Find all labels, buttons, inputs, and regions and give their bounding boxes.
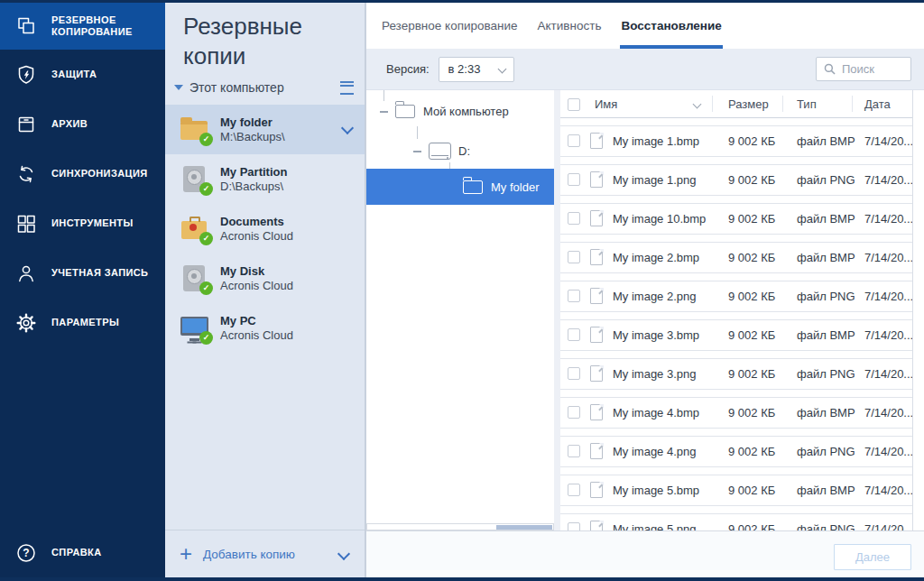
column-header-date[interactable]: Дата: [864, 97, 891, 111]
backup-name: My Disk: [220, 264, 293, 279]
row-checkbox[interactable]: [568, 251, 580, 263]
file-date: 7/14/20...: [864, 367, 913, 381]
backup-item-documents[interactable]: ✓ Documents Acronis Cloud: [165, 204, 365, 254]
sidebar-item-label: АРХИВ: [51, 118, 152, 130]
table-row[interactable]: My image 4.bmp 9 002 КБ файл BMP 7/14/20…: [560, 397, 914, 429]
row-checkbox[interactable]: [568, 328, 580, 341]
tree-node-my-folder-selected[interactable]: My folder: [366, 169, 554, 205]
column-header-name[interactable]: Имя: [595, 97, 617, 111]
sidebar-item-account[interactable]: УЧЕТНАЯ ЗАПИСЬ: [0, 248, 165, 298]
sidebar-spacer: [0, 347, 165, 528]
file-date: 7/14/20...: [864, 251, 913, 264]
sidebar-item-sync[interactable]: СИНХРОНИЗАЦИЯ: [0, 149, 165, 198]
collapse-icon[interactable]: [413, 147, 421, 155]
table-row[interactable]: My image 10.bmp 9 002 КБ файл BMP 7/14/2…: [560, 203, 914, 235]
backup-location: D:\Backups\: [220, 180, 287, 194]
table-row[interactable]: My image 2.bmp 9 002 КБ файл BMP 7/14/20…: [560, 242, 914, 273]
folder-icon: ✓: [180, 115, 211, 144]
sidebar-item-protection[interactable]: ЗАЩИТА: [0, 50, 165, 99]
row-checkbox[interactable]: [568, 522, 580, 530]
sort-chevron-icon[interactable]: [693, 100, 702, 109]
row-checkbox[interactable]: [568, 173, 580, 186]
row-checkbox[interactable]: [568, 445, 580, 457]
add-backup-button[interactable]: + Добавить копию: [165, 530, 365, 577]
backup-name: My folder: [220, 115, 285, 130]
scrollbar-thumb[interactable]: [496, 525, 552, 530]
table-header: Имя Размер Тип Дата: [560, 90, 914, 118]
table-row[interactable]: My image 3.png 9 002 КБ файл PNG 7/14/20…: [560, 358, 914, 390]
file-type: файл BMP: [797, 328, 855, 342]
chevron-down-icon: [497, 64, 506, 73]
shield-icon: [15, 64, 37, 86]
file-date: 7/14/20...: [864, 134, 913, 148]
tab-activity[interactable]: Активность: [537, 3, 603, 49]
file-icon: [590, 365, 603, 382]
collapse-icon[interactable]: [380, 107, 388, 115]
row-checkbox[interactable]: [568, 367, 580, 380]
table-row[interactable]: My image 5.png 9 002 КБ файл PNG 7/14/20…: [560, 513, 914, 530]
row-checkbox[interactable]: [568, 134, 580, 147]
file-size: 9 002 КБ: [728, 134, 775, 148]
sidebar-item-help[interactable]: ? СПРАВКА: [0, 528, 165, 577]
gear-icon: [15, 312, 37, 334]
sidebar-item-archive[interactable]: АРХИВ: [0, 99, 165, 149]
backup-item-my-partition[interactable]: ✓ My Partition D:\Backups\: [165, 154, 365, 204]
file-icon: [590, 249, 603, 265]
tab-recovery[interactable]: Восстановление: [620, 3, 722, 49]
column-header-type[interactable]: Тип: [797, 97, 817, 111]
select-all-checkbox[interactable]: [568, 98, 580, 111]
backup-item-my-pc[interactable]: ✓ My PC Acronis Cloud: [165, 303, 365, 353]
chevron-down-icon[interactable]: [341, 122, 354, 134]
table-row[interactable]: My image 2.png 9 002 КБ файл PNG 7/14/20…: [560, 281, 914, 312]
file-size: 9 002 КБ: [728, 406, 775, 420]
backups-panel: Резервные копии Этот компьютер ✓ My fold…: [165, 3, 365, 577]
table-row[interactable]: My image 1.png 9 002 КБ файл PNG 7/14/20…: [560, 164, 914, 196]
success-badge-icon: ✓: [199, 331, 213, 345]
table-row[interactable]: My image 3.bmp 9 002 КБ файл BMP 7/14/20…: [560, 319, 914, 351]
backup-location: Acronis Cloud: [220, 229, 293, 244]
file-date: 7/14/20...: [864, 212, 913, 226]
chevron-down-icon[interactable]: [337, 548, 350, 560]
window-bottom-border: [0, 577, 924, 581]
archive-box-icon: [15, 114, 37, 135]
main-area: Резервное копирование Активность Восстан…: [365, 3, 924, 577]
sidebar-item-label: СПРАВКА: [51, 547, 152, 558]
next-button[interactable]: Далее: [834, 544, 911, 570]
row-checkbox[interactable]: [568, 290, 580, 302]
version-select[interactable]: в 2:33: [439, 57, 514, 82]
sync-arrows-icon: [15, 163, 37, 185]
backup-location: Acronis Cloud: [220, 279, 293, 293]
file-size: 9 002 КБ: [728, 367, 775, 381]
table-row[interactable]: My image 1.bmp 9 002 КБ файл BMP 7/14/20…: [560, 125, 914, 157]
search-input[interactable]: Поиск: [816, 57, 911, 81]
backup-item-my-folder[interactable]: ✓ My folder M:\Backups\: [165, 105, 365, 154]
recovery-toolbar: Версия: в 2:33 Поиск: [366, 49, 924, 90]
file-size: 9 002 КБ: [728, 445, 775, 458]
table-row[interactable]: My image 4.png 9 002 КБ файл PNG 7/14/20…: [560, 436, 914, 467]
row-checkbox[interactable]: [568, 484, 580, 496]
file-type: файл PNG: [797, 445, 855, 458]
menu-icon[interactable]: [340, 81, 354, 95]
file-date: 7/14/20...: [864, 406, 913, 420]
file-icon: [590, 482, 603, 498]
tree-node-drive-d[interactable]: D:: [413, 143, 470, 160]
sidebar-item-tools[interactable]: ИНСТРУМЕНТЫ: [0, 198, 165, 248]
sidebar-item-backup[interactable]: РЕЗЕРВНОЕ КОПИРОВАНИЕ: [0, 3, 165, 50]
backup-item-my-disk[interactable]: ✓ My Disk Acronis Cloud: [165, 254, 365, 303]
tab-bar: Резервное копирование Активность Восстан…: [366, 3, 924, 49]
tab-backup[interactable]: Резервное копирование: [381, 3, 519, 49]
success-badge-icon: ✓: [199, 281, 213, 295]
sidebar-item-settings[interactable]: ПАРАМЕТРЫ: [0, 298, 165, 347]
file-name: My image 2.png: [613, 290, 697, 303]
row-checkbox[interactable]: [568, 406, 580, 419]
horizontal-scrollbar[interactable]: [366, 523, 554, 530]
tree-node-computer[interactable]: Мой компьютер: [380, 105, 509, 118]
file-type: файл PNG: [797, 290, 855, 303]
table-row[interactable]: My image 5.bmp 9 002 КБ файл BMP 7/14/20…: [560, 475, 914, 506]
folder-icon: [395, 105, 415, 118]
computer-filter[interactable]: Этот компьютер: [165, 78, 365, 97]
row-checkbox[interactable]: [568, 212, 580, 225]
window-top-border: [0, 0, 924, 3]
backup-list: ✓ My folder M:\Backups\ ✓ My Partition D…: [165, 105, 365, 353]
column-header-size[interactable]: Размер: [728, 97, 769, 111]
